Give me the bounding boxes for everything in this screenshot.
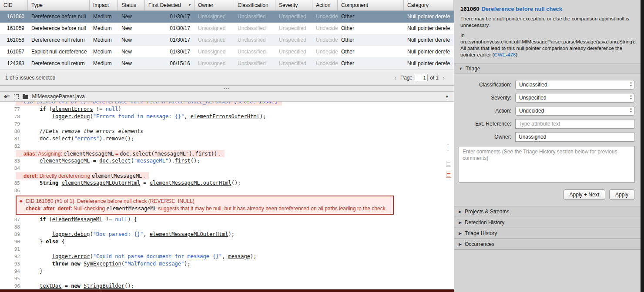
triage-fields: Classification:Unclassified▲▼Severity:Un…: [459, 80, 634, 142]
column-header-status[interactable]: Status: [118, 0, 145, 10]
page-next-button[interactable]: ›: [439, 74, 449, 81]
cwe-link[interactable]: CWE-476: [494, 52, 516, 57]
source-code-viewer[interactable]: CID 161058 (#1 of 1): Dereference null r…: [0, 102, 454, 289]
source-menu-caret-icon[interactable]: ▾: [446, 94, 450, 100]
code-identifier-link[interactable]: elementMessageML: [40, 158, 90, 164]
column-header-action[interactable]: Action: [312, 0, 338, 10]
column-header-severity[interactable]: Severity: [275, 0, 312, 10]
select-issue-link[interactable]: [select issue]: [234, 102, 278, 105]
expand-triangle-icon[interactable]: ▶: [459, 242, 462, 246]
column-header-category[interactable]: Category: [404, 0, 454, 10]
table-row-cid-124383[interactable]: 124383Dereference null returnMediumNew06…: [0, 58, 454, 70]
expand-triangle-icon[interactable]: ▶: [459, 220, 462, 225]
cell: Null pointer derefe: [404, 23, 454, 34]
action-select[interactable]: Undecided▲▼: [515, 106, 634, 116]
column-header-first-detected[interactable]: First Detected▼: [145, 0, 195, 10]
column-header-classification[interactable]: Classification: [234, 0, 275, 10]
code-identifier-link[interactable]: doc.select: [99, 158, 131, 164]
source-toolbar: ◆≡ MlMessageParser.java ▾: [0, 92, 454, 102]
expand-triangle-icon[interactable]: ▶: [459, 231, 462, 236]
code-identifier-link[interactable]: StringBuilder: [84, 283, 124, 289]
cell: Unspecified: [275, 58, 312, 69]
triage-field-row-ext-reference: Ext. Reference:: [459, 119, 634, 129]
code-identifier-link[interactable]: logger.debug: [52, 113, 90, 119]
fullscreen-icon[interactable]: [14, 94, 19, 99]
triage-history-section-header[interactable]: ▶ Triage History: [454, 228, 641, 239]
code-token: (: [90, 253, 93, 259]
code-identifier-link[interactable]: logger.debug: [52, 231, 90, 237]
table-row-cid-161057[interactable]: 161057Explicit null dereferenceMediumNew…: [0, 46, 454, 58]
page-prev-button[interactable]: ‹: [390, 74, 400, 81]
code-identifier-link[interactable]: elementErrors: [52, 106, 93, 112]
column-header-cid[interactable]: CID: [0, 0, 28, 10]
table-row-cid-161058[interactable]: 161058Dereference null returnMediumNew01…: [0, 34, 454, 46]
code-line-83: 83 elementMessageML = doc.select("messag…: [0, 157, 454, 165]
code-identifier-link[interactable]: textDoc: [40, 283, 62, 289]
severity-select[interactable]: Unspecified▲▼: [515, 93, 634, 103]
column-header-type[interactable]: Type: [28, 0, 90, 10]
code-token: ): [118, 106, 121, 112]
code-token: String: [40, 180, 58, 186]
main-defect-event-box: ◆CID 161060 (#1 of 1): Dereference befor…: [16, 196, 394, 215]
code-line-79: 79: [0, 120, 454, 128]
code-text: throw new SymException("Malformed messag…: [27, 260, 191, 268]
page-number-input[interactable]: [415, 74, 428, 81]
pane-resize-dots-icon[interactable]: ⋮⋮: [446, 145, 450, 150]
defect-event-row: alias: Assigning: elementMessageML = doc…: [0, 150, 454, 157]
code-identifier-link[interactable]: elementErrorsOuterHtml: [191, 113, 260, 119]
defect-diamond-icon: ◆: [20, 198, 23, 204]
code-identifier-link[interactable]: remove: [106, 136, 124, 142]
page-label: Page: [400, 75, 413, 81]
triage-section-header[interactable]: ▼ Triage: [454, 63, 641, 74]
triage-field-row-severity: Severity:Unspecified▲▼: [459, 93, 634, 103]
expand-triangle-icon[interactable]: ▶: [459, 209, 462, 214]
defect-scroll-marker-icon[interactable]: [446, 172, 451, 178]
code-identifier-link[interactable]: message: [228, 253, 250, 259]
triage-history-label: Triage History: [465, 230, 497, 236]
apply-button[interactable]: Apply: [609, 189, 634, 200]
event-label: alias:: [23, 150, 37, 157]
code-identifier-link[interactable]: logger.error: [52, 253, 90, 259]
code-text: //Lets remove the errors elements: [27, 128, 143, 135]
code-identifier-link[interactable]: elementMessageMLOuterHtml: [62, 180, 141, 186]
classification-select[interactable]: Unclassified▲▼: [515, 80, 634, 90]
sort-caret-icon[interactable]: ▼: [188, 3, 191, 10]
ext-reference-input[interactable]: [515, 119, 634, 129]
apply-next-button[interactable]: Apply + Next: [564, 189, 605, 200]
cell: Null pointer derefe: [404, 11, 454, 22]
column-header-component[interactable]: Component: [338, 0, 404, 10]
collapse-triangle-icon[interactable]: ▼: [459, 66, 463, 71]
code-identifier-link[interactable]: SymException: [84, 261, 121, 267]
line-number: 94: [0, 268, 20, 275]
splitter-grip-icon[interactable]: •••: [224, 86, 230, 91]
table-row-cid-161059[interactable]: 161059Dereference before nullMediumNew01…: [0, 23, 454, 34]
event-text: Assigning:: [37, 150, 64, 157]
folder-icon[interactable]: [23, 95, 28, 99]
cell: Undecided: [312, 46, 338, 57]
occurrences-section-header[interactable]: ▶ Occurrences: [454, 239, 641, 249]
code-identifier-link[interactable]: elementMessageMLOuterHtml: [150, 231, 228, 237]
code-line-81: 81 doc.select("errors").remove();: [0, 135, 454, 143]
column-header-impact[interactable]: Impact: [90, 0, 118, 10]
comments-textarea[interactable]: [459, 146, 635, 182]
owner-input[interactable]: [515, 132, 634, 142]
scroll-marker-icon[interactable]: [446, 161, 451, 167]
table-row-cid-161060[interactable]: 161060Dereference before nullMediumNew01…: [0, 11, 454, 23]
issue-type-link[interactable]: Dereference before null check: [481, 6, 562, 12]
defect-list-icon[interactable]: ◆≡: [4, 94, 10, 99]
projects-streams-section-header[interactable]: ▶ Projects & Streams: [454, 206, 641, 217]
detection-history-section-header[interactable]: ▶ Detection History: [454, 217, 641, 228]
code-identifier-link[interactable]: first: [175, 158, 191, 164]
column-header-owner[interactable]: Owner: [195, 0, 234, 10]
select-stepper-icon[interactable]: ▲▼: [630, 107, 632, 113]
horizontal-splitter[interactable]: •••: [0, 86, 454, 92]
line-number: 81: [0, 135, 20, 143]
select-stepper-icon[interactable]: ▲▼: [630, 94, 632, 100]
code-identifier-link[interactable]: elementMessageML.outerHtml: [150, 180, 231, 186]
code-identifier-link[interactable]: doc.select: [40, 136, 71, 142]
line-number: 93: [0, 260, 20, 268]
code-identifier-link[interactable]: elementMessageML: [52, 216, 103, 222]
issue-description: In org.symphonyoss.client.util.MlMessage…: [460, 32, 634, 58]
clipped-event-pill: CID 161058 (#1 of 1): Dereference null r…: [16, 102, 282, 106]
select-stepper-icon[interactable]: ▲▼: [630, 81, 632, 87]
